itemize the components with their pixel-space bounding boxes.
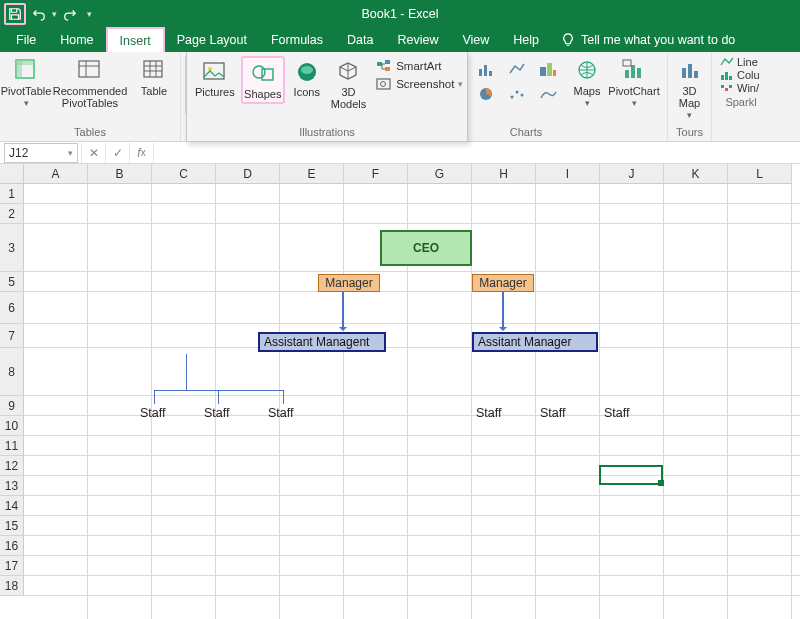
row-header-17[interactable]: 17 — [0, 556, 24, 576]
chart-surface-button[interactable] — [533, 82, 563, 106]
formula-bar: J12 ✕ ✓ fx — [0, 142, 800, 164]
tab-home[interactable]: Home — [48, 27, 105, 52]
connector-6[interactable] — [218, 390, 219, 404]
svg-rect-18 — [479, 69, 482, 76]
tab-help[interactable]: Help — [501, 27, 551, 52]
row-header-8[interactable]: 8 — [0, 348, 24, 396]
column-header-B[interactable]: B — [88, 164, 152, 184]
select-all-corner[interactable] — [0, 164, 24, 184]
row-header-5[interactable]: 5 — [0, 272, 24, 292]
screenshot-button[interactable]: Screenshot ▾ — [376, 77, 463, 91]
shape-manager-2[interactable]: Manager — [472, 274, 534, 292]
chart-scatter-button[interactable] — [502, 82, 532, 106]
shape-assistant-manager-1[interactable]: Assistant Managent — [258, 332, 386, 352]
staff-3[interactable]: Staff — [268, 406, 293, 420]
chart-column-button[interactable] — [471, 57, 501, 81]
row-header-10[interactable]: 10 — [0, 416, 24, 436]
connector-2[interactable] — [502, 292, 504, 330]
row-header-6[interactable]: 6 — [0, 292, 24, 324]
shape-assistant-manager-2[interactable]: Assitant Manager — [472, 332, 598, 352]
formula-input[interactable] — [153, 143, 800, 163]
tab-formulas[interactable]: Formulas — [259, 27, 335, 52]
undo-caret-icon[interactable]: ▾ — [52, 9, 57, 19]
row-header-2[interactable]: 2 — [0, 204, 24, 224]
pivot-table-button[interactable]: PivotTable — [6, 55, 46, 111]
cells-area[interactable]: CEO Manager Manager Assistant Managent A… — [24, 184, 800, 619]
row-header-11[interactable]: 11 — [0, 436, 24, 456]
connector-7[interactable] — [283, 390, 284, 404]
row-header-3[interactable]: 3 — [0, 224, 24, 272]
row-header-15[interactable]: 15 — [0, 516, 24, 536]
connector-4[interactable] — [154, 390, 284, 391]
connector-5[interactable] — [154, 390, 155, 404]
staff-6[interactable]: Staff — [604, 406, 629, 420]
svg-rect-36 — [721, 75, 724, 80]
save-icon — [8, 7, 22, 21]
tab-review[interactable]: Review — [385, 27, 450, 52]
3d-models-icon — [335, 60, 361, 84]
name-box[interactable]: J12 — [4, 143, 78, 163]
shape-ceo[interactable]: CEO — [380, 230, 472, 266]
3d-map-icon — [679, 59, 701, 81]
staff-5[interactable]: Staff — [540, 406, 565, 420]
redo-button[interactable] — [59, 3, 81, 25]
insert-function-button[interactable]: fx — [129, 143, 153, 163]
column-header-I[interactable]: I — [536, 164, 600, 184]
row-header-7[interactable]: 7 — [0, 324, 24, 348]
shape-manager-1[interactable]: Manager — [318, 274, 380, 292]
sparkline-line-button[interactable]: Line — [720, 56, 764, 68]
staff-1[interactable]: Staff — [140, 406, 165, 420]
column-headers: ABCDEFGHIJKL — [24, 164, 800, 184]
column-header-J[interactable]: J — [600, 164, 664, 184]
3d-models-button[interactable]: 3D Models — [329, 56, 368, 112]
tab-data[interactable]: Data — [335, 27, 385, 52]
3d-map-button[interactable]: 3D Map — [671, 55, 709, 123]
chart-hierarchy-button[interactable] — [533, 57, 563, 81]
shapes-button[interactable]: Shapes — [241, 56, 285, 104]
tab-insert[interactable]: Insert — [106, 27, 165, 52]
svg-point-44 — [253, 66, 265, 78]
sparkline-winloss-button[interactable]: Win/ — [720, 82, 764, 94]
row-header-16[interactable]: 16 — [0, 536, 24, 556]
qat-customize-icon[interactable]: ▾ — [87, 9, 92, 19]
maps-icon — [576, 59, 598, 81]
connector-1[interactable] — [342, 292, 344, 330]
column-header-A[interactable]: A — [24, 164, 88, 184]
staff-2[interactable]: Staff — [204, 406, 229, 420]
staff-4[interactable]: Staff — [476, 406, 501, 420]
row-header-18[interactable]: 18 — [0, 576, 24, 596]
save-button[interactable] — [4, 3, 26, 25]
smartart-button[interactable]: SmartArt — [376, 59, 463, 73]
row-header-14[interactable]: 14 — [0, 496, 24, 516]
cancel-formula-button[interactable]: ✕ — [81, 143, 105, 163]
column-header-L[interactable]: L — [728, 164, 792, 184]
column-header-H[interactable]: H — [472, 164, 536, 184]
recommended-pivottables-button[interactable]: Recommended PivotTables — [48, 55, 132, 111]
tab-view[interactable]: View — [450, 27, 501, 52]
chart-line-button[interactable] — [502, 57, 532, 81]
row-header-12[interactable]: 12 — [0, 456, 24, 476]
sparkline-column-button[interactable]: Colu — [720, 69, 764, 81]
tab-file[interactable]: File — [4, 27, 48, 52]
row-header-1[interactable]: 1 — [0, 184, 24, 204]
pictures-button[interactable]: Pictures — [193, 56, 237, 100]
enter-formula-button[interactable]: ✓ — [105, 143, 129, 163]
column-header-C[interactable]: C — [152, 164, 216, 184]
undo-button[interactable] — [28, 3, 50, 25]
column-header-F[interactable]: F — [344, 164, 408, 184]
column-header-E[interactable]: E — [280, 164, 344, 184]
pivotchart-button[interactable]: PivotChart — [607, 55, 661, 111]
maps-button[interactable]: Maps — [569, 55, 605, 111]
column-header-D[interactable]: D — [216, 164, 280, 184]
column-header-K[interactable]: K — [664, 164, 728, 184]
connector-3[interactable] — [186, 354, 187, 390]
tell-me[interactable]: Tell me what you want to do — [551, 27, 745, 52]
chart-pie-button[interactable] — [471, 82, 501, 106]
table-button[interactable]: Table — [134, 55, 174, 99]
tab-page-layout[interactable]: Page Layout — [165, 27, 259, 52]
row-header-13[interactable]: 13 — [0, 476, 24, 496]
row-header-9[interactable]: 9 — [0, 396, 24, 416]
worksheet[interactable]: ABCDEFGHIJKL 12356789101112131415161718 … — [0, 164, 800, 619]
column-header-G[interactable]: G — [408, 164, 472, 184]
icons-button[interactable]: Icons — [289, 56, 325, 100]
